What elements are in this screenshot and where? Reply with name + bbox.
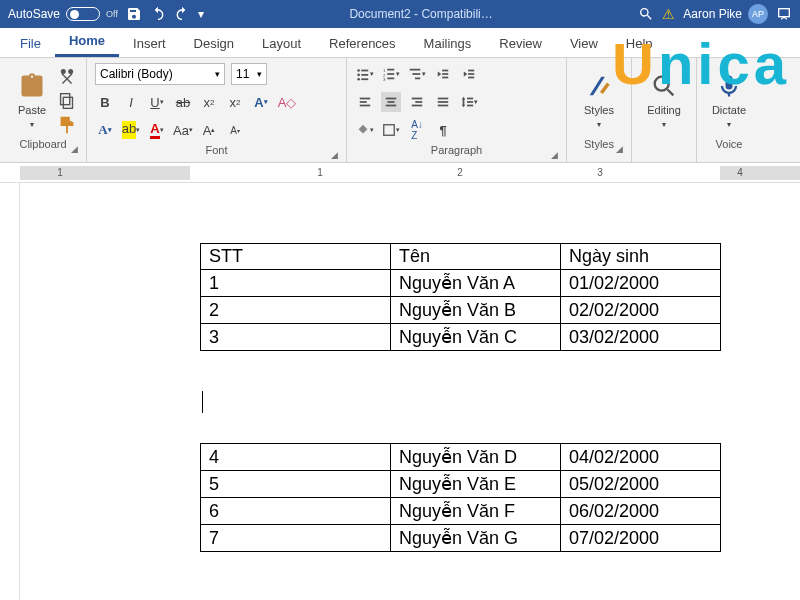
tab-design[interactable]: Design (180, 30, 248, 57)
vertical-ruler[interactable] (0, 183, 20, 600)
paste-button[interactable]: Paste ▾ (8, 62, 56, 138)
table-cell[interactable]: 2 (201, 297, 391, 324)
table-cell[interactable]: 05/02/2000 (561, 471, 721, 498)
tab-home[interactable]: Home (55, 27, 119, 57)
table-cell[interactable]: 1 (201, 270, 391, 297)
table-cell[interactable]: Nguyễn Văn F (391, 498, 561, 525)
subscript-button[interactable]: x2 (199, 92, 219, 112)
table-cell[interactable]: STT (201, 244, 391, 270)
copy-icon[interactable] (56, 90, 78, 112)
tab-layout[interactable]: Layout (248, 30, 315, 57)
line-spacing-button[interactable]: ▾ (459, 92, 479, 112)
underline-button[interactable]: U▾ (147, 92, 167, 112)
clear-format-button[interactable]: A◇ (277, 92, 297, 112)
table-cell[interactable]: Nguyễn Văn B (391, 297, 561, 324)
table-cell[interactable]: 01/02/2000 (561, 270, 721, 297)
redo-icon[interactable] (174, 6, 190, 22)
qat-overflow[interactable]: ▾ (198, 7, 204, 21)
numbering-button[interactable]: 123▾ (381, 64, 401, 84)
bullets-button[interactable]: ▾ (355, 64, 375, 84)
table-row[interactable]: 1Nguyễn Văn A01/02/2000 (201, 270, 721, 297)
svg-rect-43 (726, 75, 733, 89)
format-painter-icon[interactable] (56, 114, 78, 136)
tab-file[interactable]: File (6, 30, 55, 57)
table-cell[interactable]: Nguyễn Văn D (391, 444, 561, 471)
borders-button[interactable]: ▾ (381, 120, 401, 140)
shrink-font-button[interactable]: A▾ (225, 120, 245, 140)
table-cell[interactable]: 3 (201, 324, 391, 351)
superscript-button[interactable]: x2 (225, 92, 245, 112)
cut-icon[interactable] (56, 66, 78, 88)
svg-point-42 (655, 76, 669, 90)
table-row[interactable]: 7Nguyễn Văn G07/02/2000 (201, 525, 721, 552)
save-icon[interactable] (126, 6, 142, 22)
warning-icon[interactable]: ⚠ (662, 6, 675, 22)
editing-button[interactable]: Editing ▾ (640, 62, 688, 138)
highlight-button[interactable]: ab▾ (121, 120, 141, 140)
tab-references[interactable]: References (315, 30, 409, 57)
table-cell[interactable]: Nguyễn Văn C (391, 324, 561, 351)
table-2[interactable]: 4Nguyễn Văn D04/02/20005Nguyễn Văn E05/0… (200, 443, 721, 552)
tab-view[interactable]: View (556, 30, 612, 57)
table-row[interactable]: 2Nguyễn Văn B02/02/2000 (201, 297, 721, 324)
table-cell[interactable]: 5 (201, 471, 391, 498)
font-size-combo[interactable]: 11▾ (231, 63, 267, 85)
dictate-button[interactable]: Dictate ▾ (705, 62, 753, 138)
table-cell[interactable]: Nguyễn Văn E (391, 471, 561, 498)
table-1[interactable]: STTTênNgày sinh1Nguyễn Văn A01/02/20002N… (200, 243, 721, 351)
table-cell[interactable]: 03/02/2000 (561, 324, 721, 351)
table-row[interactable]: 3Nguyễn Văn C03/02/2000 (201, 324, 721, 351)
table-cell[interactable]: Tên (391, 244, 561, 270)
increase-indent-button[interactable] (459, 64, 479, 84)
autosave-toggle[interactable]: AutoSave Off (8, 7, 118, 21)
sort-button[interactable]: A↓Z (407, 120, 427, 140)
tab-help[interactable]: Help (612, 30, 667, 57)
styles-button[interactable]: Styles ▾ (575, 62, 623, 138)
ribbon-options-icon[interactable] (776, 6, 792, 22)
table-cell[interactable]: 07/02/2000 (561, 525, 721, 552)
align-center-button[interactable] (381, 92, 401, 112)
table-cell[interactable]: Nguyễn Văn G (391, 525, 561, 552)
table-row[interactable]: STTTênNgày sinh (201, 244, 721, 270)
shading-button[interactable]: ▾ (355, 120, 375, 140)
font-launcher[interactable]: ◢ (331, 150, 338, 160)
strike-button[interactable]: ab (173, 92, 193, 112)
undo-icon[interactable] (150, 6, 166, 22)
tab-review[interactable]: Review (485, 30, 556, 57)
align-right-button[interactable] (407, 92, 427, 112)
justify-button[interactable] (433, 92, 453, 112)
document-canvas[interactable]: STTTênNgày sinh1Nguyễn Văn A01/02/20002N… (20, 183, 800, 600)
align-left-button[interactable] (355, 92, 375, 112)
tab-mailings[interactable]: Mailings (410, 30, 486, 57)
styles-launcher[interactable]: ◢ (616, 144, 623, 154)
paragraph-launcher[interactable]: ◢ (551, 150, 558, 160)
table-cell[interactable]: 04/02/2000 (561, 444, 721, 471)
font-name-combo[interactable]: Calibri (Body)▾ (95, 63, 225, 85)
account-button[interactable]: Aaron Pike AP (683, 4, 768, 24)
table-cell[interactable]: Nguyễn Văn A (391, 270, 561, 297)
table-row[interactable]: 6Nguyễn Văn F06/02/2000 (201, 498, 721, 525)
tab-insert[interactable]: Insert (119, 30, 180, 57)
autosave-label: AutoSave (8, 7, 60, 21)
table-cell[interactable]: Ngày sinh (561, 244, 721, 270)
horizontal-ruler[interactable]: 1 1 2 3 4 (0, 163, 800, 183)
table-cell[interactable]: 7 (201, 525, 391, 552)
grow-font-button[interactable]: A▴ (199, 120, 219, 140)
search-icon[interactable] (638, 6, 654, 22)
bold-button[interactable]: B (95, 92, 115, 112)
multilevel-button[interactable]: ▾ (407, 64, 427, 84)
table-cell[interactable]: 4 (201, 444, 391, 471)
text-effects2-button[interactable]: A▾ (95, 120, 115, 140)
decrease-indent-button[interactable] (433, 64, 453, 84)
table-row[interactable]: 5Nguyễn Văn E05/02/2000 (201, 471, 721, 498)
table-cell[interactable]: 02/02/2000 (561, 297, 721, 324)
font-color-button[interactable]: A▾ (147, 120, 167, 140)
table-cell[interactable]: 6 (201, 498, 391, 525)
change-case-button[interactable]: Aa▾ (173, 120, 193, 140)
text-effects-button[interactable]: A▾ (251, 92, 271, 112)
clipboard-launcher[interactable]: ◢ (71, 144, 78, 154)
table-cell[interactable]: 06/02/2000 (561, 498, 721, 525)
show-marks-button[interactable]: ¶ (433, 120, 453, 140)
italic-button[interactable]: I (121, 92, 141, 112)
table-row[interactable]: 4Nguyễn Văn D04/02/2000 (201, 444, 721, 471)
